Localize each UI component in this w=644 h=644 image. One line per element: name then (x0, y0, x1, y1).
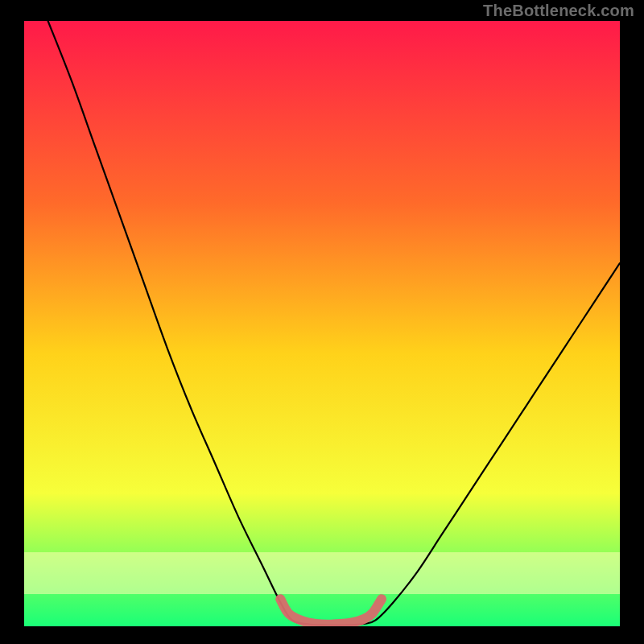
bottleneck-chart (24, 21, 620, 626)
gradient-background (24, 21, 620, 626)
chart-frame: TheBottleneck.com (0, 0, 644, 644)
highlight-band (24, 552, 620, 594)
watermark-text: TheBottleneck.com (483, 2, 634, 20)
